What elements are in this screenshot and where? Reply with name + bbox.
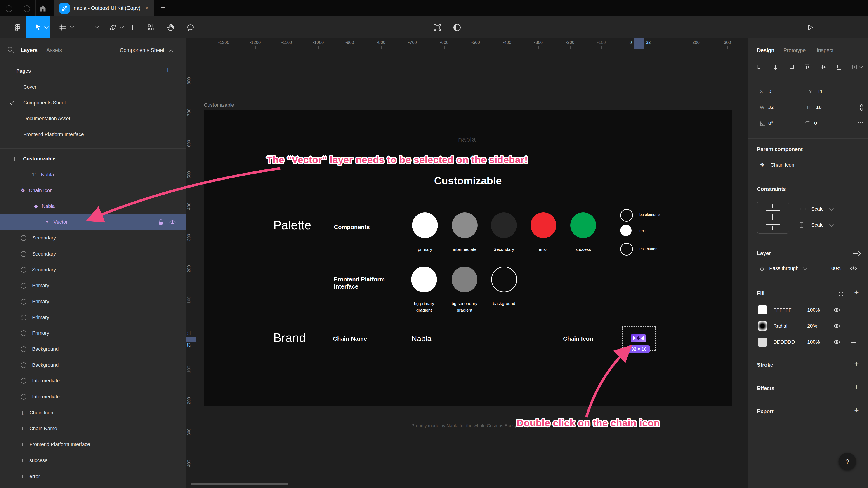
add-fill-button[interactable]: + bbox=[854, 288, 859, 297]
unlock-icon[interactable] bbox=[158, 219, 164, 225]
search-button[interactable] bbox=[7, 42, 14, 57]
nabla-logo[interactable]: nabla bbox=[458, 135, 476, 143]
add-stroke-button[interactable]: + bbox=[854, 359, 859, 368]
swatch-bg-primary-gradient[interactable] bbox=[411, 267, 437, 292]
new-tab-button[interactable]: + bbox=[161, 4, 165, 12]
home-button[interactable] bbox=[39, 0, 46, 17]
components-label[interactable]: Components bbox=[334, 224, 370, 231]
rotation-value[interactable]: 0° bbox=[768, 121, 773, 126]
layer-row-ellipse[interactable]: Background bbox=[0, 341, 186, 357]
layer-opacity-value[interactable]: 100% bbox=[829, 265, 841, 271]
swatch-text[interactable] bbox=[620, 225, 631, 236]
chain-icon-glyph[interactable] bbox=[631, 334, 646, 342]
main-menu-button[interactable] bbox=[11, 17, 24, 38]
page-item-documentation-asset[interactable]: Documentation Asset bbox=[0, 111, 186, 127]
layer-row-ellipse[interactable]: Primary bbox=[0, 294, 186, 310]
layer-row-text[interactable]: TChain Icon bbox=[0, 405, 186, 421]
fill-row[interactable]: DDDDDD 100% bbox=[758, 337, 864, 347]
constraint-tick[interactable] bbox=[760, 217, 764, 217]
corner-radius-value[interactable]: 0 bbox=[814, 121, 817, 126]
swatch-text-button[interactable] bbox=[620, 243, 633, 256]
fill-hex[interactable]: FFFFFF bbox=[773, 307, 807, 313]
page-dropdown-chevron-icon[interactable] bbox=[169, 50, 173, 54]
add-effect-button[interactable]: + bbox=[854, 383, 859, 392]
constraints-widget[interactable] bbox=[757, 201, 789, 234]
y-value[interactable]: 11 bbox=[817, 89, 823, 94]
mask-button[interactable] bbox=[450, 17, 464, 38]
align-horizontal-center-icon[interactable] bbox=[772, 64, 779, 70]
eye-icon[interactable] bbox=[833, 339, 840, 345]
frame-tool-button[interactable] bbox=[55, 17, 70, 38]
move-tool-chevron-icon[interactable] bbox=[44, 24, 49, 29]
components-tool-button[interactable] bbox=[144, 17, 158, 38]
fill-opacity[interactable]: 20% bbox=[807, 323, 829, 329]
chain-icon-label[interactable]: Chain Icon bbox=[563, 335, 593, 342]
layer-row-text[interactable]: Tsuccess bbox=[0, 453, 186, 468]
layer-row-ellipse[interactable]: Background bbox=[0, 357, 186, 373]
layer-row-ellipse[interactable]: Primary bbox=[0, 325, 186, 341]
pen-tool-chevron-icon[interactable] bbox=[120, 24, 124, 29]
swatch-primary[interactable] bbox=[412, 213, 438, 238]
remove-fill-icon[interactable] bbox=[850, 310, 857, 311]
layer-row-ellipse[interactable]: Secondary bbox=[0, 246, 186, 262]
tab-layers[interactable]: Layers bbox=[21, 47, 37, 53]
fill-hex[interactable]: Radial bbox=[773, 323, 807, 329]
layer-row-ellipse[interactable]: Secondary bbox=[0, 230, 186, 246]
pen-tool-button[interactable] bbox=[105, 17, 120, 38]
page-dropdown[interactable]: Components Sheet bbox=[120, 47, 164, 53]
fill-swatch-white[interactable] bbox=[758, 305, 767, 315]
layer-row-ellipse[interactable]: Primary bbox=[0, 310, 186, 325]
horizontal-scrollbar[interactable] bbox=[191, 483, 288, 485]
nav-forward-button[interactable] bbox=[24, 5, 30, 12]
layer-row-ellipse[interactable]: Secondary bbox=[0, 262, 186, 278]
fill-row[interactable]: FFFFFF 100% bbox=[758, 305, 864, 315]
shape-tool-button[interactable] bbox=[80, 17, 95, 38]
w-value[interactable]: 32 bbox=[768, 104, 774, 110]
page-item-frontend-platform-interface[interactable]: Frontend Platform Interface bbox=[0, 127, 186, 142]
frame-row-customizable[interactable]: Customizable bbox=[0, 151, 186, 167]
text-tool-button[interactable] bbox=[125, 17, 140, 38]
palette-heading[interactable]: Palette bbox=[273, 218, 311, 232]
help-button[interactable]: ? bbox=[839, 453, 856, 470]
hand-tool-button[interactable] bbox=[163, 17, 178, 38]
remove-fill-icon[interactable] bbox=[850, 326, 857, 326]
layer-row-ellipse[interactable]: Intermediate bbox=[0, 373, 186, 389]
layer-row-vector-selected[interactable]: ▼ Vector bbox=[0, 214, 186, 230]
fill-swatch-radial[interactable] bbox=[758, 322, 767, 330]
constrain-proportions-icon[interactable] bbox=[859, 103, 865, 111]
x-value[interactable]: 0 bbox=[769, 89, 771, 94]
fill-opacity[interactable]: 100% bbox=[807, 339, 829, 345]
layer-jump-icon[interactable] bbox=[852, 250, 862, 257]
move-tool-button[interactable] bbox=[26, 17, 50, 38]
layer-row-instance-nabla[interactable]: ◆ Nabla bbox=[0, 198, 186, 214]
tab-prototype[interactable]: Prototype bbox=[783, 47, 806, 54]
fill-styles-icon[interactable] bbox=[838, 291, 844, 297]
fill-row[interactable]: Radial 20% bbox=[758, 322, 864, 330]
fill-opacity[interactable]: 100% bbox=[807, 307, 829, 313]
constraint-tick[interactable] bbox=[772, 226, 773, 230]
remove-fill-icon[interactable] bbox=[850, 342, 857, 343]
edit-object-button[interactable] bbox=[431, 17, 444, 38]
align-vertical-center-icon[interactable] bbox=[819, 64, 827, 70]
horizontal-constraint-select[interactable]: Scale bbox=[800, 206, 833, 212]
brand-heading[interactable]: Brand bbox=[273, 330, 306, 345]
align-top-icon[interactable] bbox=[804, 64, 810, 70]
layer-row-text-nabla[interactable]: T Nabla bbox=[0, 167, 186, 183]
fill-swatch-gray[interactable] bbox=[758, 337, 767, 347]
layer-row-text[interactable]: TChain Name bbox=[0, 421, 186, 436]
fpi-heading[interactable]: Frontend Platform Interface bbox=[334, 275, 397, 290]
tab-design[interactable]: Design bbox=[757, 47, 774, 54]
swatch-success[interactable] bbox=[570, 213, 596, 238]
eye-icon[interactable] bbox=[833, 324, 840, 328]
eye-icon[interactable] bbox=[169, 220, 176, 225]
layer-row-text[interactable]: TFrontend Platform Interface bbox=[0, 436, 186, 452]
page-item-cover[interactable]: Cover bbox=[0, 79, 186, 95]
add-page-button[interactable]: + bbox=[166, 66, 170, 74]
constraint-tick[interactable] bbox=[782, 217, 786, 217]
parent-component-row[interactable]: ❖ Chain Icon bbox=[760, 162, 794, 168]
frame-title[interactable]: Customizable bbox=[434, 175, 502, 187]
frame-tool-chevron-icon[interactable] bbox=[70, 24, 74, 29]
present-button[interactable] bbox=[804, 17, 817, 38]
swatch-intermediate[interactable] bbox=[452, 213, 477, 238]
layer-row-ellipse[interactable]: Primary bbox=[0, 278, 186, 293]
